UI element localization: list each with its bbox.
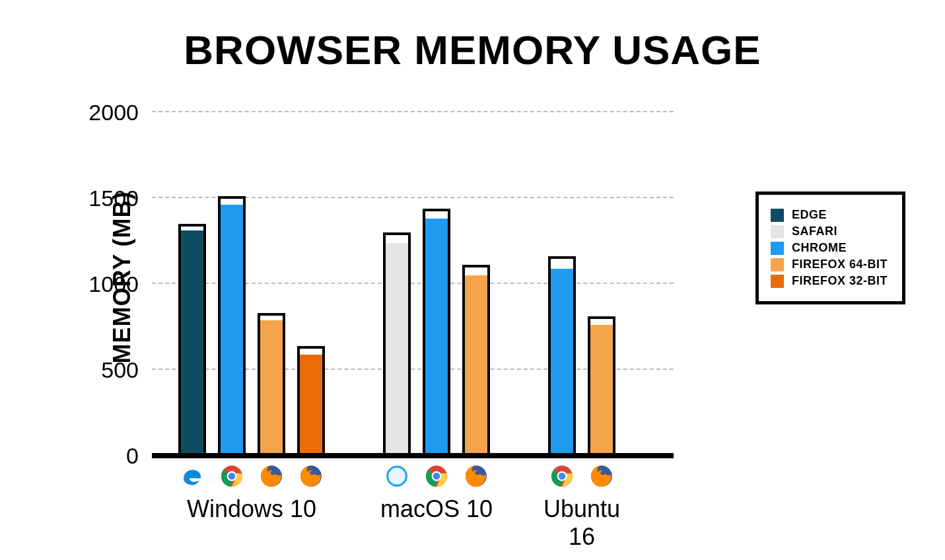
safari-icon [386,465,408,487]
bar-outline [297,346,325,456]
bar-outline [383,232,411,456]
legend-item-firefox64: FIREFOX 64-BIT [771,258,888,271]
y-tick: 500 [101,357,139,383]
x-category-label: Windows 10 [178,495,325,523]
x-category-label: Ubuntu 16 [528,495,635,551]
legend-swatch [771,242,784,255]
legend-item-chrome: CHROME [771,241,888,255]
chart-title: BROWSER MEMORY USAGE [0,26,945,73]
firefox-icon [465,465,487,487]
svg-point-3 [228,473,236,480]
edge-icon [181,465,203,487]
firefox-icon [590,465,613,487]
y-tick: 0 [126,443,139,469]
chrome-icon [425,465,448,487]
legend: EDGE SAFARI CHROME FIREFOX 64-BIT FIREFO… [755,192,905,304]
y-tick: 2000 [88,100,139,125]
legend-swatch [771,209,784,222]
bar-outline [218,196,246,456]
gridline [152,111,674,112]
legend-label: EDGE [792,208,827,222]
plot-area: 2000 1500 1000 500 0 [152,112,674,456]
bar-outline [462,265,490,456]
bar-outline [258,313,285,456]
chart-container: BROWSER MEMORY USAGE MEMORY (MB) 2000 15… [0,0,945,560]
legend-label: SAFARI [792,225,837,238]
y-tick: 1000 [88,271,139,297]
firefox-icon [260,465,283,487]
chrome-icon [551,465,573,487]
legend-swatch [771,275,784,288]
legend-swatch [771,225,784,238]
legend-label: CHROME [792,241,847,255]
bar-outline [588,316,615,456]
legend-item-safari: SAFARI [771,225,888,238]
bar-outline [548,256,576,456]
legend-swatch [771,258,784,271]
y-tick: 1500 [88,186,139,211]
legend-label: FIREFOX 64-BIT [792,258,888,271]
legend-item-edge: EDGE [771,208,888,222]
bar-outline [178,224,206,456]
x-category-label: macOS 10 [376,495,497,523]
svg-point-12 [433,473,440,480]
legend-label: FIREFOX 32-BIT [792,274,888,288]
bar-outline [423,209,450,456]
legend-item-firefox32: FIREFOX 32-BIT [771,274,888,288]
x-axis-line [152,453,674,458]
svg-point-16 [559,473,566,480]
firefox-icon [300,465,322,487]
chrome-icon [221,465,243,487]
